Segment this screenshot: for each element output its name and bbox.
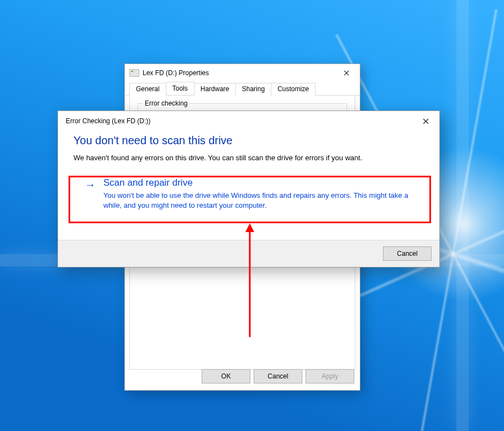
drive-icon (129, 69, 139, 77)
error-checking-group-label: Error checking (143, 99, 190, 107)
properties-titlebar[interactable]: Lex FD (D:) Properties (125, 64, 360, 82)
tab-tools[interactable]: Tools (166, 82, 195, 95)
tab-sharing[interactable]: Sharing (235, 83, 271, 96)
scan-and-repair-title: Scan and repair drive (103, 177, 418, 188)
properties-button-row: OK Cancel Apply (202, 369, 354, 383)
error-checking-title: Error Checking (Lex FD (D:)) (66, 117, 413, 125)
error-checking-titlebar[interactable]: Error Checking (Lex FD (D:)) (58, 111, 439, 131)
close-icon (423, 118, 429, 124)
scan-and-repair-desc: You won't be able to use the drive while… (103, 191, 418, 211)
properties-apply-button: Apply (306, 369, 354, 383)
error-checking-dialog: Error Checking (Lex FD (D:)) You don't n… (57, 111, 440, 267)
properties-tabs: General Tools Hardware Sharing Customize (125, 82, 360, 96)
error-checking-heading: You don't need to scan this drive (74, 134, 424, 147)
arrow-right-icon: → (85, 178, 96, 191)
properties-ok-button[interactable]: OK (202, 369, 250, 383)
properties-cancel-button[interactable]: Cancel (254, 369, 302, 383)
error-checking-body: You don't need to scan this drive We hav… (58, 131, 439, 217)
tab-hardware[interactable]: Hardware (194, 83, 236, 96)
error-checking-close-button[interactable] (413, 113, 438, 129)
scan-and-repair-option[interactable]: → Scan and repair drive You won't be abl… (74, 172, 424, 217)
properties-title: Lex FD (D:) Properties (143, 69, 334, 77)
tab-general[interactable]: General (129, 83, 166, 96)
error-checking-subtext: We haven't found any errors on this driv… (74, 154, 424, 162)
desktop-background: Lex FD (D:) Properties General Tools Har… (0, 0, 504, 431)
properties-close-button[interactable] (334, 65, 359, 81)
close-icon (344, 70, 349, 76)
error-checking-footer: Cancel (58, 240, 439, 267)
tab-customize[interactable]: Customize (271, 83, 316, 96)
error-checking-cancel-button[interactable]: Cancel (383, 246, 432, 261)
